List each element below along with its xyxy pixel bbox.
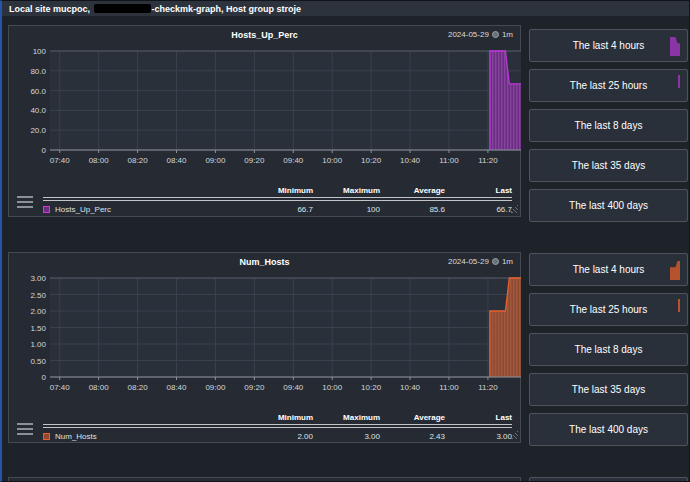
svg-text:09:40: 09:40 [283,156,304,165]
svg-text:08:00: 08:00 [89,383,110,392]
time-range-button-25-hours[interactable]: The last 25 hours [529,293,688,326]
legend-series-row: Num_Hosts 2.00 3.00 2.43 3.00 [43,430,512,443]
preview-sparkline [678,299,680,312]
svg-text:10:00: 10:00 [322,156,343,165]
svg-text:11:00: 11:00 [439,156,459,165]
svg-text:0: 0 [42,146,47,155]
next-graph-panel-sliver [8,477,521,482]
legend-separator [43,424,512,428]
svg-text:08:20: 08:20 [128,383,149,392]
series-name: Num_Hosts [55,432,97,441]
legend-header-average: Average [380,413,445,422]
button-label: The last 25 hours [570,304,647,315]
svg-text:08:40: 08:40 [166,383,187,392]
series-swatch-icon [43,206,50,213]
button-label: The last 8 days [575,344,643,355]
svg-text:10:40: 10:40 [400,156,421,165]
graph-canvas[interactable]: 10080.060.040.020.0007:4008:0008:2008:40… [9,26,522,166]
series-maximum: 100 [313,205,380,214]
time-range-button-35-days[interactable]: The last 35 days [529,149,688,182]
svg-text:0.50: 0.50 [30,357,46,366]
graph-panel-hosts-up-perc: Hosts_Up_Perc 2024-05-29 1m 10080.060.04… [8,25,521,217]
time-range-button-4-hours[interactable]: The last 4 hours [529,253,688,286]
next-button-group-sliver [529,477,688,482]
preview-sparkline [678,75,680,88]
legend-header-maximum: Maximum [313,186,380,195]
preview-sparkline [670,261,680,280]
svg-text:40.0: 40.0 [30,106,46,115]
svg-text:07:40: 07:40 [50,156,71,165]
preview-sparkline [670,37,680,56]
svg-text:08:20: 08:20 [128,156,149,165]
series-minimum: 2.00 [253,432,313,441]
svg-text:80.0: 80.0 [30,67,46,76]
svg-text:10:00: 10:00 [322,383,343,392]
svg-text:11:20: 11:20 [478,383,498,392]
svg-text:08:00: 08:00 [89,156,110,165]
time-range-button-4-hours[interactable]: The last 4 hours [529,29,688,62]
site-title-suffix: -checkmk-graph, Host group stroje [152,4,302,14]
button-label: The last 35 days [572,160,645,171]
time-range-button-400-days[interactable]: The last 400 days [529,413,688,446]
legend-header-last: Last [445,186,512,195]
series-last: 3.00 [445,432,512,441]
graph-panel-num-hosts: Num_Hosts 2024-05-29 1m 3.002.502.001.50… [8,252,521,443]
button-label: The last 4 hours [573,40,645,51]
series-average: 85.6 [380,205,445,214]
svg-text:08:40: 08:40 [166,156,187,165]
svg-text:1.00: 1.00 [30,340,46,349]
svg-text:20.0: 20.0 [30,126,46,135]
legend-header-minimum: Minimum [253,413,313,422]
redacted-text [94,4,151,13]
svg-text:60.0: 60.0 [30,87,46,96]
svg-text:0: 0 [42,373,47,382]
svg-text:1.50: 1.50 [30,324,46,333]
checkmk-graph-page: { "header": { "prefix": "Local site mucp… [0,0,690,482]
legend-header-row: Minimum Maximum Average Last [43,184,512,196]
legend-table: Minimum Maximum Average Last Hosts_Up_Pe… [43,184,512,216]
svg-text:09:00: 09:00 [205,156,226,165]
button-label: The last 400 days [569,424,648,435]
series-average: 2.43 [380,432,445,441]
time-range-group-hosts-up-perc: The last 4 hours The last 25 hours The l… [529,29,688,222]
drag-handle-icon[interactable] [17,423,33,438]
svg-text:10:20: 10:20 [361,156,382,165]
site-title-prefix: Local site mucpoc, [9,4,93,14]
series-last: 66.7 [445,205,512,214]
time-range-group-num-hosts: The last 4 hours The last 25 hours The l… [529,253,688,446]
button-label: The last 4 hours [573,264,645,275]
button-label: The last 35 days [572,384,645,395]
svg-text:3.00: 3.00 [30,274,46,283]
svg-text:2.50: 2.50 [30,291,46,300]
legend-separator [43,197,512,201]
drag-handle-icon[interactable] [17,196,33,211]
legend-series-row: Hosts_Up_Perc 66.7 100 85.6 66.7 [43,203,512,216]
series-minimum: 66.7 [253,205,313,214]
legend-header-row: Minimum Maximum Average Last [43,411,512,423]
series-swatch-icon [43,433,50,440]
time-range-button-400-days[interactable]: The last 400 days [529,189,688,222]
svg-text:09:00: 09:00 [205,383,226,392]
legend-header-average: Average [380,186,445,195]
svg-text:2.00: 2.00 [30,307,46,316]
svg-text:07:40: 07:40 [50,383,71,392]
svg-text:09:20: 09:20 [244,383,265,392]
time-range-button-8-days[interactable]: The last 8 days [529,109,688,142]
legend-header-maximum: Maximum [313,413,380,422]
time-range-button-8-days[interactable]: The last 8 days [529,333,688,366]
legend-header-last: Last [445,413,512,422]
svg-text:09:40: 09:40 [283,383,304,392]
button-label: The last 400 days [569,200,648,211]
button-label: The last 25 hours [570,80,647,91]
series-maximum: 3.00 [313,432,380,441]
svg-text:100: 100 [33,47,47,56]
graph-canvas[interactable]: 3.002.502.001.501.000.50007:4008:0008:20… [9,253,522,393]
legend-table: Minimum Maximum Average Last Num_Hosts 2… [43,411,512,443]
svg-text:10:20: 10:20 [361,383,382,392]
legend-header-minimum: Minimum [253,186,313,195]
time-range-button-25-hours[interactable]: The last 25 hours [529,69,688,102]
top-header: Local site mucpoc, -checkmk-graph, Host … [2,1,690,16]
time-range-button-35-days[interactable]: The last 35 days [529,373,688,406]
svg-text:10:40: 10:40 [400,383,421,392]
svg-text:11:20: 11:20 [478,156,498,165]
